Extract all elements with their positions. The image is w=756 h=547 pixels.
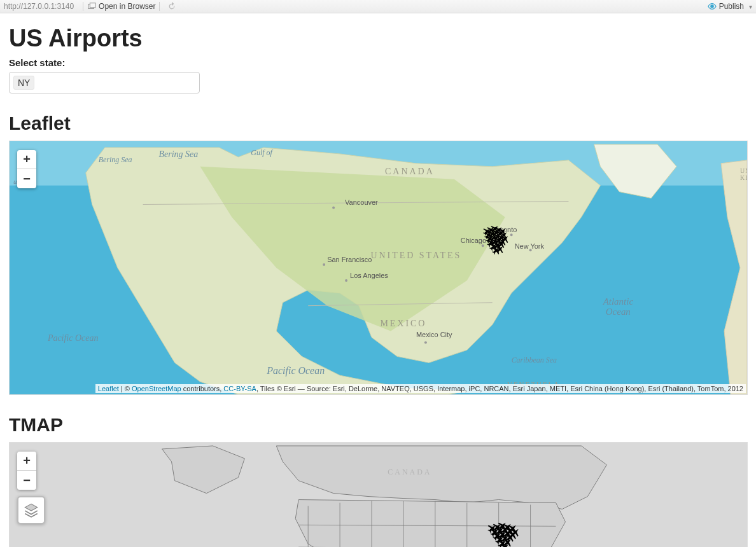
map-canvas-2[interactable]: CANADA (10, 443, 747, 547)
svg-point-7 (323, 263, 325, 266)
label-atlantic: AtlanticOcean (603, 296, 634, 317)
label-uk: UNKIN (740, 167, 747, 181)
layers-icon (23, 502, 39, 518)
svg-text:Mexico City: Mexico City (416, 331, 452, 338)
refresh-icon[interactable] (167, 2, 176, 11)
publish-icon (708, 2, 717, 11)
zoom-control-2: + − (17, 452, 36, 490)
svg-point-17 (424, 341, 427, 343)
label-gulf-of: Gulf of (251, 148, 273, 157)
open-in-browser-button[interactable]: Open in Browser (99, 2, 155, 11)
svg-text:Los Angeles: Los Angeles (350, 272, 388, 279)
state-select[interactable]: NY (9, 72, 200, 93)
state-chip[interactable]: NY (13, 76, 34, 90)
leaflet-map[interactable]: CANADA UNITED STATES MEXICO VENEZUELA UN… (9, 141, 748, 395)
zoom-out-button-2[interactable]: − (17, 471, 36, 490)
city-newyork: New York (515, 242, 545, 251)
label-mexico: MEXICO (380, 319, 426, 328)
svg-point-11 (482, 244, 484, 247)
label-bering-sea: Bering Sea (159, 149, 199, 159)
svg-text:Vancouver: Vancouver (345, 199, 378, 207)
open-in-window-icon (87, 2, 96, 11)
label-caribbean: Caribbean Sea (512, 356, 557, 364)
leaflet-link[interactable]: Leaflet (98, 385, 119, 392)
svg-text:New York: New York (515, 242, 545, 250)
svg-point-9 (345, 279, 347, 282)
state-select-label: Select state: (9, 57, 756, 68)
zoom-out-button[interactable]: − (17, 169, 36, 188)
svg-point-13 (510, 233, 513, 236)
zoom-in-button-2[interactable]: + (17, 452, 36, 471)
viewer-bar: http://127.0.0.1:3140 Open in Browser Pu… (0, 0, 756, 13)
svg-text:Chicago: Chicago (461, 237, 486, 244)
label-bering-sea-2: Bering Sea (99, 155, 132, 164)
zoom-control: + − (17, 150, 36, 188)
label-pacific-big: Pacific Ocean (266, 365, 325, 377)
svg-point-5 (332, 206, 335, 209)
separator (83, 2, 83, 11)
label-us: UNITED STATES (370, 251, 461, 260)
label-canada-2: CANADA (388, 467, 431, 476)
section-leaflet-title: Leaflet (9, 113, 756, 134)
section-tmap-title: TMAP (9, 414, 756, 436)
label-pacific-small: Pacific Ocean (47, 333, 98, 343)
publish-label: Publish (719, 2, 744, 11)
zoom-in-button[interactable]: + (17, 150, 36, 169)
layers-button[interactable] (17, 496, 45, 524)
cc-link[interactable]: CC-BY-SA (223, 385, 256, 392)
osm-link[interactable]: OpenStreetMap (132, 385, 181, 392)
svg-text:San Francisco: San Francisco (327, 256, 372, 263)
map-attribution: Leaflet | © OpenStreetMap contributors, … (95, 384, 746, 393)
tmap-map[interactable]: CANADA + − (9, 442, 748, 547)
page-title: US Airports (9, 25, 756, 52)
document-scroll[interactable]: US Airports Select state: NY Leaflet CA (0, 13, 756, 547)
publish-button[interactable]: Publish ▾ (708, 2, 752, 11)
state-select-row: Select state: NY (9, 57, 756, 93)
chevron-down-icon[interactable]: ▾ (749, 3, 752, 10)
svg-rect-1 (90, 3, 95, 8)
map-canvas[interactable]: CANADA UNITED STATES MEXICO VENEZUELA UN… (10, 141, 747, 394)
separator (159, 2, 160, 11)
viewer-url: http://127.0.0.1:3140 (4, 2, 74, 11)
label-canada: CANADA (385, 167, 435, 176)
svg-point-2 (710, 4, 714, 8)
